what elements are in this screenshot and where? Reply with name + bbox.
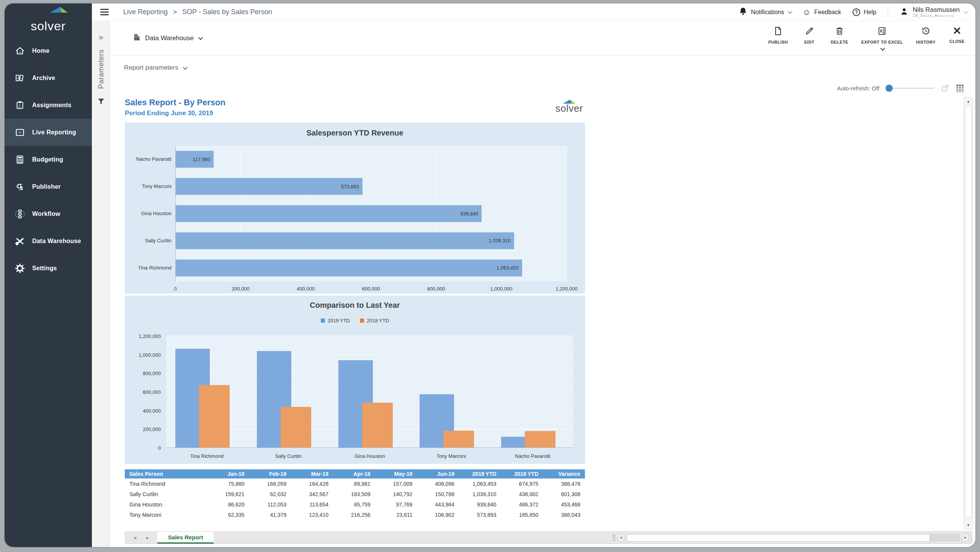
edit-icon — [804, 26, 814, 38]
category-label: Tony Marconi — [436, 453, 466, 459]
svg-text:X: X — [880, 29, 882, 33]
table-cell: 216,256 — [333, 510, 375, 520]
slider-track — [885, 88, 934, 89]
report-parameters-toggle[interactable]: Report parameters — [124, 64, 186, 72]
horizontal-scroll-track[interactable] — [627, 534, 960, 542]
report-toolbar: Data Warehouse PUBLISHEDITDELETEXEXPORT … — [110, 21, 975, 56]
data-source-label: Data Warehouse — [145, 34, 194, 42]
plot-area: 117,960573,893939,8401,039,3101,063,453 — [175, 146, 567, 281]
table-row: Sally Curtlin159,62162,032342,567183,509… — [125, 489, 585, 499]
menu-hamburger-icon[interactable] — [100, 9, 109, 15]
toolbar-buttons: PUBLISHEDITDELETEXEXPORT TO EXCELHISTORY… — [768, 26, 965, 51]
toolbar-button-label: DELETE — [831, 40, 848, 44]
filter-funnel-icon[interactable] — [97, 97, 105, 107]
solver-logo: solver — [5, 3, 92, 37]
expand-panel-icon[interactable]: » — [98, 33, 103, 42]
sidebar-item-live-reporting[interactable]: Live Reporting — [5, 119, 92, 146]
bar-2018-gina-houston — [362, 403, 393, 448]
publish-button[interactable]: PUBLISH — [768, 26, 788, 44]
parameters-panel-label[interactable]: Parameters — [97, 49, 105, 89]
sidebar-nav: HomeArchiveAssignmentsLive ReportingBudg… — [5, 37, 92, 282]
sidebar-item-assignments[interactable]: Assignments — [5, 91, 92, 119]
history-button[interactable]: HISTORY — [916, 26, 936, 44]
table-header-cell: 2018 YTD — [501, 469, 543, 479]
grid-view-icon[interactable] — [955, 83, 965, 93]
user-chevron-down-icon — [964, 9, 969, 14]
scroll-down-button[interactable]: ▼ — [964, 521, 973, 529]
bar-2018-tony-marconi — [443, 431, 474, 448]
toolbar-button-label: HISTORY — [916, 40, 936, 44]
table-cell: 1,039,310 — [459, 489, 501, 499]
sidebar-item-archive[interactable]: Archive — [5, 64, 92, 91]
sidebar-item-home[interactable]: Home — [5, 37, 92, 64]
breadcrumb-page: SOP - Sales by Sales Person — [182, 8, 272, 16]
slider-handle[interactable] — [885, 85, 893, 92]
settings-icon — [15, 263, 25, 274]
smiley-icon: ☺ — [803, 8, 811, 16]
vertical-scroll-track[interactable] — [964, 106, 973, 521]
table-cell: 674,975 — [501, 479, 543, 489]
delete-button[interactable]: DELETE — [831, 26, 848, 44]
table-cell: 486,372 — [501, 499, 543, 510]
notifications-button[interactable]: Notifications — [739, 7, 791, 18]
user-menu[interactable]: Nils Rasmussen 19_Sales_Analytics — [900, 7, 967, 18]
category-label: Nacho Pavarotti — [125, 156, 172, 162]
app-window: solver HomeArchiveAssignmentsLive Report… — [5, 3, 975, 547]
legend-item: 2018 YTD — [360, 318, 389, 323]
table-cell: 408,096 — [417, 479, 459, 489]
sidebar-item-settings[interactable]: Settings — [5, 255, 92, 282]
auto-refresh-slider[interactable] — [885, 85, 934, 91]
sidebar-item-workflow[interactable]: Workflow — [5, 200, 92, 227]
assignments-icon — [15, 100, 25, 111]
user-avatar-icon — [900, 7, 909, 18]
y-tick-label: 0 — [125, 445, 161, 451]
export-to-excel-button[interactable]: XEXPORT TO EXCEL — [861, 26, 903, 51]
sheet-tab-sales-report[interactable]: Sales Report — [157, 532, 214, 544]
sheet-next-icon[interactable]: ► — [145, 536, 150, 540]
bar-tony-marconi: 573,893 — [175, 178, 363, 195]
sheet-prev-icon[interactable]: ◄ — [133, 536, 137, 540]
chart-title: Salesperson YTD Revenue — [125, 129, 585, 137]
bar-value-label: 1,063,453 — [497, 265, 522, 271]
table-header-cell: Jun-19 — [417, 469, 459, 479]
bar-value-label: 117,960 — [193, 157, 214, 162]
category-label: Tony Marconi — [125, 183, 172, 189]
sidebar-item-data-warehouse[interactable]: Data Warehouse — [5, 227, 92, 255]
table-cell: 438,002 — [501, 489, 543, 499]
feedback-button[interactable]: ☺ Feedback — [803, 8, 841, 16]
breadcrumb-section[interactable]: Live Reporting — [123, 8, 168, 16]
main-area: Live Reporting > SOP - Sales by Sales Pe… — [92, 3, 975, 547]
x-tick-label: 1,200,000 — [555, 286, 578, 292]
maximize-report-icon[interactable] — [941, 83, 950, 93]
horizontal-scroll-thumb[interactable] — [627, 534, 930, 542]
help-button[interactable]: ? Help — [853, 8, 876, 16]
table-cell: 159,621 — [207, 489, 249, 499]
x-tick-label: 0 — [174, 286, 176, 292]
sidebar-item-publisher[interactable]: Publisher — [5, 173, 92, 200]
table-cell: 89,981 — [333, 479, 375, 489]
scroll-up-button[interactable]: ▲ — [964, 97, 973, 106]
sidebar-item-budgeting[interactable]: Budgeting — [5, 146, 92, 173]
publish-icon — [773, 26, 783, 38]
report-parameters-label: Report parameters — [124, 64, 178, 72]
sidebar: solver HomeArchiveAssignmentsLive Report… — [5, 3, 92, 547]
sidebar-item-label: Home — [32, 47, 49, 54]
topbar: Live Reporting > SOP - Sales by Sales Pe… — [92, 3, 975, 21]
topbar-divider — [888, 7, 888, 18]
table-cell: 97,769 — [375, 499, 417, 510]
scroll-left-button[interactable]: ◄ — [617, 534, 624, 542]
scroll-right-button[interactable]: ► — [962, 534, 969, 542]
table-row: Gina Houston86,620112,053113,65485,75997… — [125, 499, 585, 510]
auto-refresh-label: Auto-refresh: Off — [837, 85, 879, 91]
delete-icon — [835, 26, 844, 38]
data-source-selector[interactable]: Data Warehouse — [133, 34, 202, 43]
vertical-scroll-thumb[interactable] — [965, 106, 972, 518]
x-tick-label: 800,000 — [427, 286, 445, 292]
bar-value-label: 573,893 — [341, 184, 363, 189]
scrollbar-grip[interactable] — [613, 534, 615, 541]
bar-tina-richmond: 1,063,453 — [175, 260, 522, 276]
close-button[interactable]: CLOSE — [949, 26, 965, 44]
close-icon — [952, 26, 962, 37]
edit-button[interactable]: EDIT — [801, 26, 818, 44]
table-cell: 939,840 — [459, 499, 501, 510]
